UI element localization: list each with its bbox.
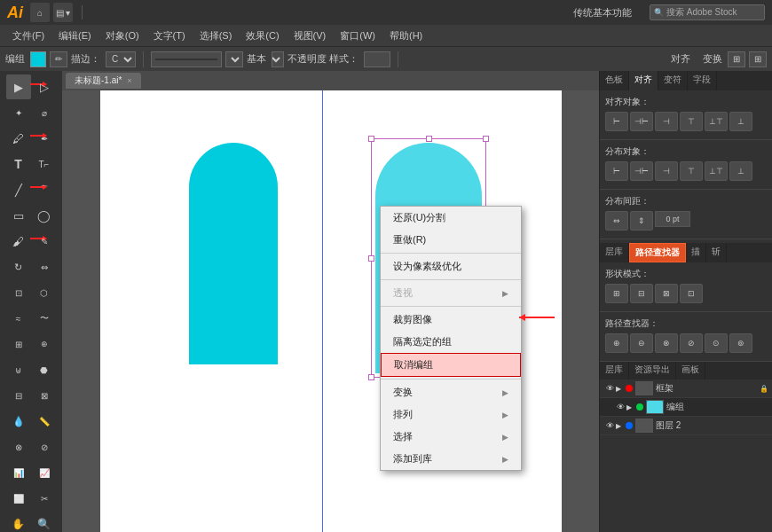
tool-rectangle[interactable]: ▭ <box>6 203 31 228</box>
tab-layers[interactable]: 层库 <box>600 362 629 379</box>
menu-type[interactable]: 文字(T) <box>146 25 193 46</box>
tool-direct-selection[interactable]: ▷ <box>32 74 57 99</box>
tool-livepaint[interactable]: ⬣ <box>32 357 57 382</box>
basic-select[interactable] <box>272 51 284 67</box>
tool-selection[interactable]: ▶ <box>6 74 31 99</box>
align-center-h-btn[interactable]: ⊣⊢ <box>630 112 653 131</box>
options-btn1[interactable]: ⊞ <box>728 51 745 67</box>
layer-eye-2[interactable]: 👁 <box>603 419 616 432</box>
tab-transform[interactable]: 变符 <box>658 71 688 90</box>
divide-btn[interactable]: ⊕ <box>605 333 628 353</box>
layer-row-sub1[interactable]: 👁 ▶ 编组 <box>600 398 772 417</box>
layer-eye-sub1[interactable]: 👁 <box>614 401 626 413</box>
tool-zoom[interactable]: 🔍 <box>32 512 57 532</box>
minus-back-btn[interactable]: ⊚ <box>729 333 752 353</box>
tool-measure[interactable]: 📏 <box>32 409 57 434</box>
unite-btn[interactable]: ⊞ <box>605 284 628 303</box>
tool-symbolspray[interactable]: ⊘ <box>32 434 57 459</box>
tool-arc[interactable]: ⌒ <box>32 177 57 202</box>
menu-effect[interactable]: 效果(C) <box>239 25 286 46</box>
tool-bargraph[interactable]: 📈 <box>32 460 57 485</box>
tab-cut[interactable]: 斩 <box>706 243 727 262</box>
document-tab[interactable]: 未标题-1.ai* × <box>66 73 141 89</box>
stroke-icon[interactable]: ✏ <box>50 51 67 67</box>
layer-lock-frame[interactable]: 🔒 <box>760 385 768 393</box>
home-icon[interactable]: ⌂ <box>30 3 50 22</box>
tab-pathfinder[interactable]: 路径查找器 <box>629 243 686 262</box>
align-top-btn[interactable]: ⊤ <box>680 112 703 131</box>
tool-blend[interactable]: ⊗ <box>6 434 31 459</box>
ctx-add-to-library[interactable]: 添加到库 ▶ <box>381 448 521 470</box>
opacity-input[interactable] <box>364 51 390 67</box>
dist-right-btn[interactable]: ⊣ <box>655 161 678 181</box>
dist-center-h-btn[interactable]: ⊣⊢ <box>630 161 653 181</box>
trim-btn[interactable]: ⊖ <box>630 333 653 353</box>
tool-area-type[interactable]: T⌐ <box>32 152 57 176</box>
tab-artboards[interactable]: 画板 <box>676 362 705 379</box>
minus-front-btn[interactable]: ⊟ <box>630 284 653 303</box>
tab-close[interactable]: × <box>127 76 131 85</box>
options-btn2[interactable]: ⊞ <box>749 51 767 67</box>
tool-type[interactable]: T <box>6 152 31 176</box>
ctx-select[interactable]: 选择 ▶ <box>381 426 521 448</box>
dist-left-btn[interactable]: ⊢ <box>605 161 628 181</box>
tool-pencil[interactable]: ✎ <box>32 229 57 254</box>
layer-expand-sub1[interactable]: ▶ <box>626 403 632 411</box>
menu-help[interactable]: 帮助(H) <box>382 25 429 46</box>
tab-color[interactable]: 色板 <box>600 71 629 90</box>
tab-char[interactable]: 字段 <box>688 71 717 90</box>
tool-pen[interactable]: 🖊 <box>6 126 31 151</box>
ctx-redo[interactable]: 重做(R) <box>381 229 521 251</box>
ctx-pixel-optimize[interactable]: 设为像素级优化 <box>381 255 521 278</box>
stock-search[interactable]: 🔍 搜索 Adobe Stock <box>650 4 765 20</box>
intersect-btn[interactable]: ⊠ <box>655 284 678 303</box>
stroke-select[interactable]: C <box>106 51 136 67</box>
ctx-perspective[interactable]: 透视 ▶ <box>381 282 521 304</box>
tool-paintbrush[interactable]: 🖌 <box>6 229 31 254</box>
dist-space-h-btn[interactable]: ⇔ <box>605 211 628 231</box>
ctx-transform[interactable]: 变换 ▶ <box>381 381 521 403</box>
dist-center-v-btn[interactable]: ⊥⊤ <box>705 161 728 181</box>
tool-shapebuilder[interactable]: ⊎ <box>6 357 31 382</box>
tool-puppet[interactable]: ⊕ <box>32 332 57 356</box>
tool-reflect[interactable]: ⇔ <box>32 254 57 279</box>
tool-rotate[interactable]: ↻ <box>6 254 31 279</box>
menu-select[interactable]: 选择(S) <box>193 25 240 46</box>
workspace-selector[interactable]: 传统基本功能 <box>573 6 632 20</box>
dist-space-input[interactable] <box>655 211 690 227</box>
canvas-container[interactable]: 还原(U)分割 重做(R) 设为像素级优化 透视 ▶ 裁剪图像 隔离选定的组 取… <box>62 90 599 532</box>
arrange-icon[interactable]: ▤ ▾ <box>53 3 73 22</box>
tool-add-anchor[interactable]: ✒ <box>32 126 57 151</box>
menu-object[interactable]: 对象(O) <box>98 25 146 46</box>
tab-stroke[interactable]: 描 <box>686 243 706 262</box>
menu-edit[interactable]: 编辑(E) <box>51 25 98 46</box>
merge-btn[interactable]: ⊗ <box>655 333 678 353</box>
tool-perspective-sel[interactable]: ⊠ <box>32 383 57 408</box>
ctx-undo[interactable]: 还原(U)分割 <box>381 207 521 229</box>
tool-lasso[interactable]: ⌀ <box>32 100 57 125</box>
tool-perspective[interactable]: ⊟ <box>6 383 31 408</box>
tool-scale[interactable]: ⊡ <box>6 280 31 305</box>
align-center-v-btn[interactable]: ⊥⊤ <box>705 112 728 131</box>
tool-ellipse[interactable]: ◯ <box>32 203 57 228</box>
layer-expand-2[interactable]: ▶ <box>616 422 621 430</box>
dist-bottom-btn[interactable]: ⊥ <box>729 161 752 181</box>
layer-row-frame[interactable]: 👁 ▶ 框架 🔒 <box>600 379 772 398</box>
tab-align[interactable]: 对齐 <box>629 71 658 90</box>
tab-asset-export[interactable]: 资源导出 <box>629 362 676 379</box>
dist-space-v-btn[interactable]: ⇕ <box>630 211 653 231</box>
ctx-arrange[interactable]: 排列 ▶ <box>381 403 521 426</box>
outline-btn[interactable]: ⊙ <box>705 333 728 353</box>
crop-btn[interactable]: ⊘ <box>680 333 703 353</box>
layer-expand-frame[interactable]: ▶ <box>616 385 621 393</box>
ctx-ungroup[interactable]: 取消编组 <box>381 353 521 377</box>
exclude-btn[interactable]: ⊡ <box>680 284 703 303</box>
layer-eye-frame[interactable]: 👁 <box>603 382 616 395</box>
tool-artboard[interactable]: ⬜ <box>6 486 31 511</box>
tool-magic-wand[interactable]: ✦ <box>6 100 31 125</box>
tool-line[interactable]: ╱ <box>6 177 31 202</box>
align-bottom-btn[interactable]: ⊥ <box>729 112 752 131</box>
tool-shear[interactable]: ⬡ <box>32 280 57 305</box>
dist-top-btn[interactable]: ⊤ <box>680 161 703 181</box>
tool-freetransform[interactable]: ⊞ <box>6 332 31 356</box>
